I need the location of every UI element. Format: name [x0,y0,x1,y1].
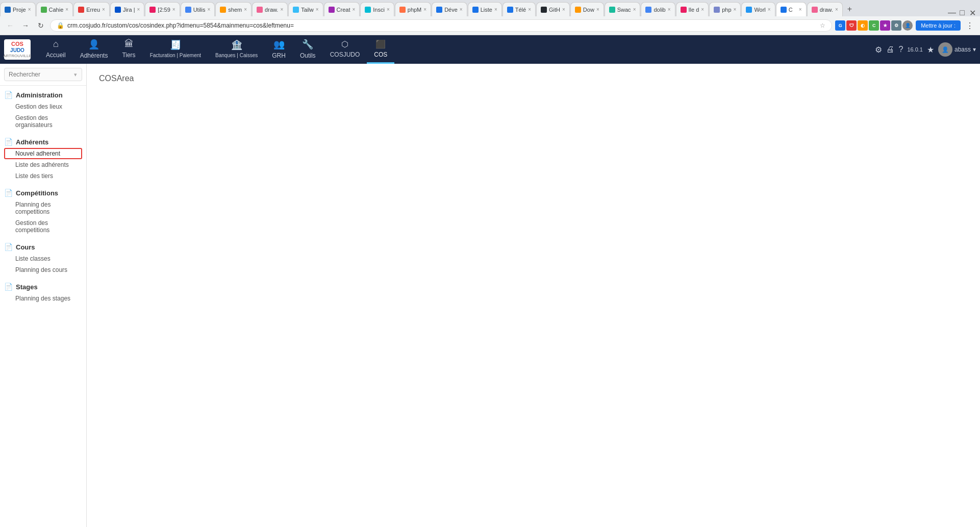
user-button[interactable]: 👤 abass ▾ [938,42,976,57]
tab-tele[interactable]: Télé × [502,2,536,16]
sidebar-section-administration: 📄 Administration Gestion des lieux Gesti… [0,86,86,133]
link-gestion-lieux[interactable]: Gestion des lieux [4,101,82,112]
top-nav: COS JUDO ARTROUVILLE ⌂ Accueil 👤 Adhéren… [0,35,980,64]
nav-label-adherents: Adhérents [80,52,108,59]
link-liste-tiers[interactable]: Liste des tiers [4,170,82,182]
nav-items: ⌂ Accueil 👤 Adhérents 🏛 Tiers 🧾 Facturat… [39,35,875,64]
tab-new[interactable]: + [843,2,859,16]
tab-creat[interactable]: Creat × [324,2,360,16]
search-input[interactable] [4,68,82,81]
section-header-stages: 📄 Stages [4,283,82,291]
tab-github[interactable]: GitH × [536,2,570,16]
tab-jira[interactable]: Jira | × [110,2,144,16]
nav-item-accueil[interactable]: ⌂ Accueil [39,35,73,64]
link-gestion-organisateurs[interactable]: Gestion des organisateurs [4,112,82,131]
tab-iled[interactable]: Ile d × [676,2,709,16]
logo-box: COS JUDO ARTROUVILLE [4,39,31,60]
search-chevron-icon: ▾ [74,71,77,78]
tab-deve[interactable]: Déve × [432,2,467,16]
nav-label-cosjudo: COSJUDO [330,51,360,58]
section-header-administration: 📄 Administration [4,91,82,99]
nav-item-grh[interactable]: 👥 GRH [265,35,293,64]
nav-item-cos[interactable]: ⬛ COS [367,35,394,64]
star-icon[interactable]: ☆ [820,22,825,29]
nav-item-facturation[interactable]: 🧾 Facturation | Paiement [143,35,208,64]
tab-cos-active[interactable]: C × [776,2,807,16]
close-button[interactable]: ✕ [969,9,976,16]
user-chevron-icon: ▾ [973,46,976,53]
section-header-cours: 📄 Cours [4,243,82,251]
cours-section-icon: 📄 [4,243,13,251]
reload-button[interactable]: ↻ [35,19,47,32]
settings-icon[interactable]: ⚙ [875,45,882,55]
content-area: COSArea [87,64,980,527]
ext-icon-4[interactable]: C [869,20,879,31]
nav-item-tiers[interactable]: 🏛 Tiers [115,35,142,64]
tab-draw2[interactable]: draw. × [807,2,843,16]
nav-label-banques: Banques | Caisses [215,53,258,58]
tab-php[interactable]: php × [709,2,741,16]
browser-tabs: Proje × Cahie × Erreu × Jira | × [2:59 [0,0,980,16]
address-bar[interactable]: 🔒 crm.cosjudo.fr/custom/cos/cosindex.php… [50,19,832,32]
ext-icon-5[interactable]: ★ [880,20,890,31]
tab-draw1[interactable]: draw. × [252,2,288,16]
nav-label-tiers: Tiers [122,52,135,59]
tab-utilis[interactable]: Utilis × [181,2,215,16]
tab-insci[interactable]: Insci × [360,2,394,16]
link-planning-cours[interactable]: Planning des cours [4,264,82,275]
section-header-adherents: 📄 Adhérents [4,138,82,146]
link-nouvel-adherent[interactable]: Nouvel adherent [4,148,82,159]
tab-259[interactable]: [2:59 × [145,2,180,16]
tab-liste[interactable]: Liste × [468,2,502,16]
tab-shem[interactable]: shem × [215,2,252,16]
link-liste-adherents[interactable]: Liste des adhérents [4,159,82,170]
print-icon[interactable]: 🖨 [886,45,894,54]
app-container: COS JUDO ARTROUVILLE ⌂ Accueil 👤 Adhéren… [0,35,980,527]
back-button[interactable]: ← [4,19,16,32]
nav-item-cosjudo[interactable]: ⬡ COSJUDO [323,35,367,64]
ext-icon-2[interactable]: 🛡 [846,20,857,31]
update-button[interactable]: Mettre à jour : [916,20,961,31]
ext-icon-6[interactable]: ⚙ [891,20,901,31]
tab-dow[interactable]: Dow × [570,2,604,16]
page-title: COSArea [99,74,968,83]
tab-erreu[interactable]: Erreu × [73,2,110,16]
link-gestion-competitions[interactable]: Gestion des competitions [4,217,82,236]
tab-worl[interactable]: Worl × [741,2,775,16]
section-label-cours: Cours [16,243,35,251]
ext-icon-3[interactable]: ◐ [858,20,868,31]
tab-cahie[interactable]: Cahie × [36,2,73,16]
logo-club: ARTROUVILLE [3,54,31,59]
administration-section-icon: 📄 [4,91,13,99]
ext-icon-profile[interactable]: 👤 [902,20,913,31]
search-box: ▾ [0,64,86,86]
tab-swac[interactable]: Swac × [605,2,641,16]
link-planning-competitions[interactable]: Planning des competitions [4,199,82,217]
stages-section-icon: 📄 [4,283,13,291]
sidebar-section-stages: 📄 Stages Planning des stages [0,278,86,306]
minimize-button[interactable]: — [948,9,956,16]
section-label-competitions: Compétitions [16,189,58,197]
maximize-button[interactable]: □ [959,9,966,16]
tab-phpm[interactable]: phpM × [395,2,431,16]
extensions-button[interactable]: ⋮ [964,19,976,32]
link-liste-classes[interactable]: Liste classes [4,253,82,264]
forward-button[interactable]: → [19,19,32,32]
user-avatar: 👤 [938,42,952,57]
nav-label-grh: GRH [272,52,286,59]
link-planning-stages[interactable]: Planning des stages [4,293,82,304]
tab-proje[interactable]: Proje × [0,2,36,16]
grh-icon: 👥 [273,39,285,50]
tab-dolib[interactable]: dolib × [641,2,675,16]
ext-icon-1[interactable]: G [835,20,845,31]
nav-right: ⚙ 🖨 ? 16.0.1 ★ 👤 abass ▾ [875,42,976,57]
help-icon[interactable]: ? [898,45,903,54]
nav-item-banques[interactable]: 🏦 Banques | Caisses [208,35,265,64]
sidebar: ▾ 📄 Administration Gestion des lieux Ges… [0,64,87,527]
nav-item-outils[interactable]: 🔧 Outils [293,35,323,64]
tab-tailw[interactable]: Tailw × [288,2,323,16]
bookmark-icon[interactable]: ★ [927,45,934,55]
lock-icon: 🔒 [57,22,64,29]
banques-icon: 🏦 [231,39,242,51]
nav-item-adherents[interactable]: 👤 Adhérents [73,35,115,64]
